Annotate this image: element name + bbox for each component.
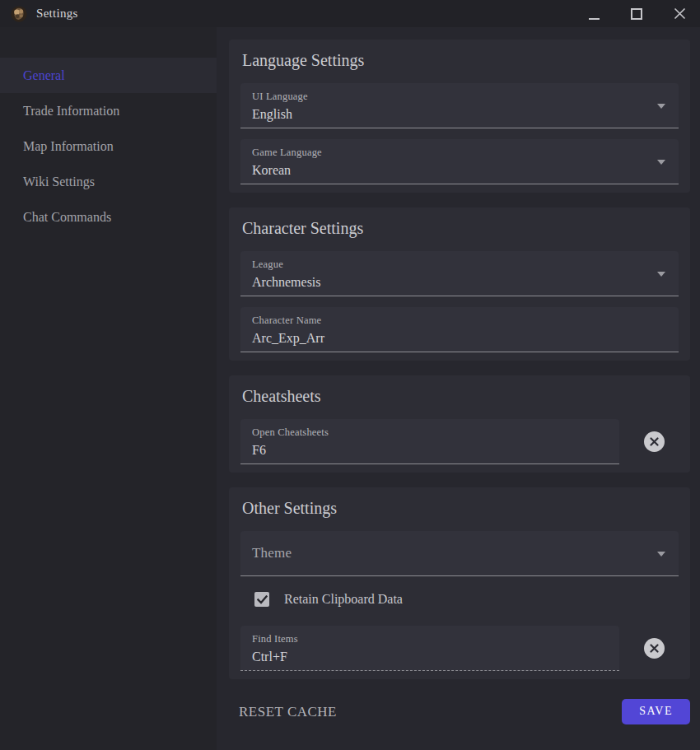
reset-cache-button[interactable]: RESET CACHE bbox=[239, 704, 337, 720]
retain-clipboard-checkbox[interactable] bbox=[254, 592, 269, 607]
character-name-input[interactable]: Character Name Arc_Exp_Arr bbox=[240, 307, 679, 352]
find-items-hotkey-input[interactable]: Find Items Ctrl+F bbox=[240, 626, 619, 671]
maximize-icon bbox=[631, 8, 642, 20]
settings-window: Settings General Trade Information Map I… bbox=[0, 0, 700, 750]
ui-language-label: UI Language bbox=[252, 91, 667, 103]
chevron-down-icon bbox=[657, 272, 665, 277]
open-cheatsheets-hotkey-input[interactable]: Open Cheatsheets F6 bbox=[240, 419, 619, 464]
sidebar-item-chat-commands[interactable]: Chat Commands bbox=[0, 199, 217, 235]
theme-select[interactable]: Theme bbox=[240, 531, 679, 576]
sidebar-item-trade-information[interactable]: Trade Information bbox=[0, 93, 217, 128]
minimize-icon bbox=[589, 18, 600, 20]
section-title-cheatsheets: Cheatsheets bbox=[242, 387, 679, 406]
language-settings-card: Language Settings UI Language English Ga… bbox=[229, 40, 690, 193]
sidebar: General Trade Information Map Informatio… bbox=[0, 27, 217, 750]
find-items-value: Ctrl+F bbox=[252, 650, 608, 664]
character-name-value: Arc_Exp_Arr bbox=[252, 331, 667, 346]
sidebar-item-label: Map Information bbox=[23, 139, 114, 154]
sidebar-item-general[interactable]: General bbox=[0, 58, 217, 93]
game-language-label: Game Language bbox=[252, 147, 667, 159]
chevron-down-icon bbox=[657, 160, 665, 165]
find-items-label: Find Items bbox=[252, 633, 608, 645]
sidebar-item-label: General bbox=[23, 68, 65, 83]
close-icon bbox=[674, 7, 686, 20]
open-cheatsheets-value: F6 bbox=[252, 443, 608, 458]
open-cheatsheets-label: Open Cheatsheets bbox=[252, 426, 608, 439]
clear-x-icon bbox=[650, 644, 659, 653]
sidebar-item-label: Trade Information bbox=[23, 104, 119, 119]
find-items-row: Find Items Ctrl+F bbox=[240, 626, 679, 671]
clear-x-icon bbox=[650, 437, 659, 446]
maximize-button[interactable] bbox=[628, 3, 646, 25]
open-cheatsheets-row: Open Cheatsheets F6 bbox=[240, 419, 679, 464]
chevron-down-icon bbox=[657, 104, 665, 109]
character-settings-card: Character Settings League Archnemesis Ch… bbox=[229, 207, 690, 361]
sidebar-item-map-information[interactable]: Map Information bbox=[0, 128, 217, 164]
league-select[interactable]: League Archnemesis bbox=[240, 251, 679, 296]
save-button[interactable]: SAVE bbox=[622, 699, 690, 724]
game-language-select[interactable]: Game Language Korean bbox=[240, 139, 679, 184]
section-title-character-settings: Character Settings bbox=[242, 219, 679, 238]
window-controls bbox=[560, 3, 688, 25]
ui-language-value: English bbox=[252, 107, 667, 122]
character-name-label: Character Name bbox=[252, 314, 667, 327]
league-value: Archnemesis bbox=[252, 275, 667, 290]
sidebar-item-wiki-settings[interactable]: Wiki Settings bbox=[0, 164, 217, 199]
window-title: Settings bbox=[36, 7, 78, 21]
cheatsheets-card: Cheatsheets Open Cheatsheets F6 bbox=[229, 375, 690, 473]
section-title-language-settings: Language Settings bbox=[242, 51, 679, 70]
retain-clipboard-row: Retain Clipboard Data bbox=[254, 592, 679, 607]
chevron-down-icon bbox=[657, 552, 665, 557]
clear-hotkey-button[interactable] bbox=[644, 638, 665, 659]
game-language-value: Korean bbox=[252, 163, 667, 178]
ui-language-select[interactable]: UI Language English bbox=[240, 83, 679, 128]
section-title-other-settings: Other Settings bbox=[242, 499, 679, 518]
theme-label: Theme bbox=[252, 545, 292, 561]
settings-content: Language Settings UI Language English Ga… bbox=[217, 27, 700, 750]
clear-hotkey-button[interactable] bbox=[644, 431, 665, 452]
close-button[interactable] bbox=[670, 3, 688, 25]
other-settings-card: Other Settings Theme Retain Clipboard Da… bbox=[229, 487, 690, 679]
sidebar-item-label: Wiki Settings bbox=[23, 175, 95, 189]
app-logo-icon bbox=[10, 5, 28, 23]
retain-clipboard-label: Retain Clipboard Data bbox=[284, 592, 403, 607]
checkmark-icon bbox=[257, 595, 268, 604]
titlebar: Settings bbox=[0, 0, 700, 27]
footer-actions: RESET CACHE SAVE bbox=[229, 691, 690, 724]
league-label: League bbox=[252, 259, 667, 271]
minimize-button[interactable] bbox=[585, 3, 603, 25]
sidebar-item-label: Chat Commands bbox=[23, 210, 111, 225]
